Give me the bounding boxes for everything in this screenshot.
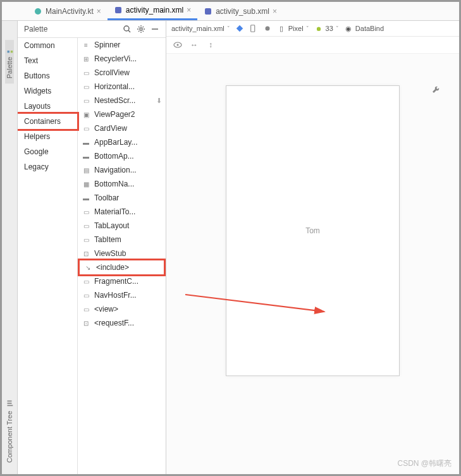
night-mode-icon[interactable]	[263, 24, 272, 33]
svg-rect-5	[8, 405, 13, 406]
palette-panel: Palette Common Text Buttons Widgets	[18, 21, 166, 474]
svg-point-10	[140, 28, 142, 30]
phone-icon: ▯	[277, 24, 286, 33]
category-legacy[interactable]: Legacy	[18, 159, 77, 174]
tabitem-icon: ▭	[82, 235, 90, 244]
materialtoolbar-icon: ▭	[82, 207, 90, 216]
design-canvas[interactable]: Tom	[166, 54, 459, 474]
file-tabs-bar: MainActivity.kt × activity_main.xml × ac…	[2, 2, 459, 21]
layout-file-selector[interactable]: activity_main.xml˅	[171, 25, 230, 32]
chevron-down-icon: ˅	[336, 25, 339, 32]
component-toolbar[interactable]: ▬Toolbar	[78, 191, 166, 205]
tab-mainactivity[interactable]: MainActivity.kt ×	[27, 2, 108, 20]
svg-rect-3	[11, 51, 13, 53]
category-containers[interactable]: Containers	[18, 112, 79, 131]
xml-file-icon	[114, 6, 123, 15]
bottomappbar-icon: ▬	[82, 152, 90, 161]
close-icon[interactable]: ×	[187, 6, 191, 15]
svg-point-13	[265, 27, 269, 31]
component-materialtoolbar[interactable]: ▭MaterialTo...	[78, 205, 166, 219]
search-icon[interactable]	[123, 25, 132, 34]
watermark-text: CSDN @韩曙亮	[397, 458, 452, 469]
gear-icon[interactable]	[137, 25, 145, 34]
design-surface-icon[interactable]	[235, 24, 244, 33]
include-icon: ↘	[83, 263, 92, 272]
component-recyclerview[interactable]: ⊞RecyclerVi...	[78, 52, 166, 66]
tab-label: activity_main.xml	[126, 6, 183, 15]
category-buttons[interactable]: Buttons	[18, 68, 77, 83]
component-view[interactable]: ▭<view>	[78, 302, 166, 316]
wrench-icon[interactable]	[431, 85, 440, 96]
component-spinner[interactable]: ≡Spinner	[78, 38, 166, 52]
viewstub-icon: ⊡	[82, 249, 90, 258]
recyclerview-icon: ⊞	[82, 54, 90, 63]
navigation-icon: ▤	[82, 166, 90, 174]
tree-icon	[5, 399, 14, 408]
resize-icon[interactable]: ↕	[206, 40, 216, 50]
svg-rect-2	[205, 8, 211, 15]
theme-icon: ◉	[344, 24, 353, 33]
component-include[interactable]: ↘<include>	[78, 259, 166, 276]
palette-icon	[5, 45, 14, 54]
palette-tool-tab[interactable]: Palette	[5, 40, 14, 83]
bottomnav-icon: ▦	[82, 180, 90, 188]
scrollview-icon: ▭	[82, 68, 90, 77]
tab-activity-sub[interactable]: activity_sub.xml ×	[197, 2, 283, 20]
pan-icon[interactable]: ↔	[189, 40, 199, 50]
component-bottomnavigation[interactable]: ▦BottomNa...	[78, 177, 166, 191]
component-viewpager2[interactable]: ▣ViewPager2	[78, 107, 166, 121]
component-scrollview[interactable]: ▭ScrollView	[78, 66, 166, 80]
android-icon	[314, 24, 323, 33]
left-tool-strip: Palette Component Tree	[2, 21, 18, 474]
component-requestfocus[interactable]: ⊡<requestF...	[78, 316, 166, 330]
svg-rect-1	[115, 7, 121, 13]
component-navhostfragment[interactable]: ▭NavHostFr...	[78, 288, 166, 302]
svg-line-9	[128, 30, 130, 32]
category-common[interactable]: Common	[18, 38, 77, 53]
component-navigationview[interactable]: ▤Navigation...	[78, 163, 166, 177]
design-toolbar: activity_main.xml˅ ▯Pixel˅ 33˅ ◉DataBind	[166, 21, 459, 37]
component-tablayout[interactable]: ▭TabLayout	[78, 219, 166, 233]
download-icon[interactable]: ⬇	[156, 97, 162, 105]
design-sub-toolbar: ↔ ↕	[166, 37, 459, 54]
component-tree-tool-tab[interactable]: Component Tree	[5, 394, 14, 468]
component-appbarlayout[interactable]: ▬AppBarLay...	[78, 135, 166, 149]
component-cardview[interactable]: ▭CardView	[78, 121, 166, 135]
svg-rect-4	[8, 51, 10, 53]
orientation-icon[interactable]	[249, 24, 258, 33]
component-bottomappbar[interactable]: ▬BottomAp...	[78, 149, 166, 163]
close-icon[interactable]: ×	[273, 7, 277, 16]
minimize-icon[interactable]	[151, 25, 159, 34]
svg-rect-12	[250, 25, 254, 32]
category-widgets[interactable]: Widgets	[18, 83, 77, 99]
svg-point-8	[124, 26, 129, 31]
component-nestedscrollview[interactable]: ▭NestedScr...⬇	[78, 94, 166, 107]
svg-point-15	[177, 44, 179, 46]
eye-icon[interactable]	[173, 40, 183, 50]
design-panel: activity_main.xml˅ ▯Pixel˅ 33˅ ◉DataBind…	[166, 21, 459, 474]
svg-point-0	[35, 8, 41, 15]
palette-title: Palette	[24, 25, 47, 34]
component-horizontalscrollview[interactable]: ▭Horizontal...	[78, 80, 166, 94]
close-icon[interactable]: ×	[97, 7, 101, 16]
svg-rect-6	[8, 403, 12, 404]
tab-activity-main[interactable]: activity_main.xml ×	[108, 2, 197, 20]
preview-text: Tom	[305, 226, 320, 235]
tablayout-icon: ▭	[82, 221, 90, 230]
tab-label: MainActivity.kt	[46, 7, 94, 16]
chevron-down-icon: ˅	[306, 25, 309, 32]
category-google[interactable]: Google	[18, 144, 77, 159]
palette-category-list: Common Text Buttons Widgets Layouts Cont…	[18, 38, 78, 474]
toolbar-icon: ▬	[82, 193, 90, 202]
component-fragmentcontainer[interactable]: ▭FragmentC...	[78, 274, 166, 288]
theme-selector[interactable]: ◉DataBind	[344, 24, 384, 33]
category-text[interactable]: Text	[18, 53, 77, 68]
api-selector[interactable]: 33˅	[314, 24, 339, 33]
chevron-down-icon: ˅	[227, 25, 230, 32]
horizontalscroll-icon: ▭	[82, 82, 90, 91]
device-selector[interactable]: ▯Pixel˅	[277, 24, 309, 33]
component-tabitem[interactable]: ▭TabItem	[78, 233, 166, 247]
device-preview[interactable]: Tom	[226, 85, 400, 376]
category-helpers[interactable]: Helpers	[18, 129, 77, 144]
appbar-icon: ▬	[82, 138, 90, 147]
